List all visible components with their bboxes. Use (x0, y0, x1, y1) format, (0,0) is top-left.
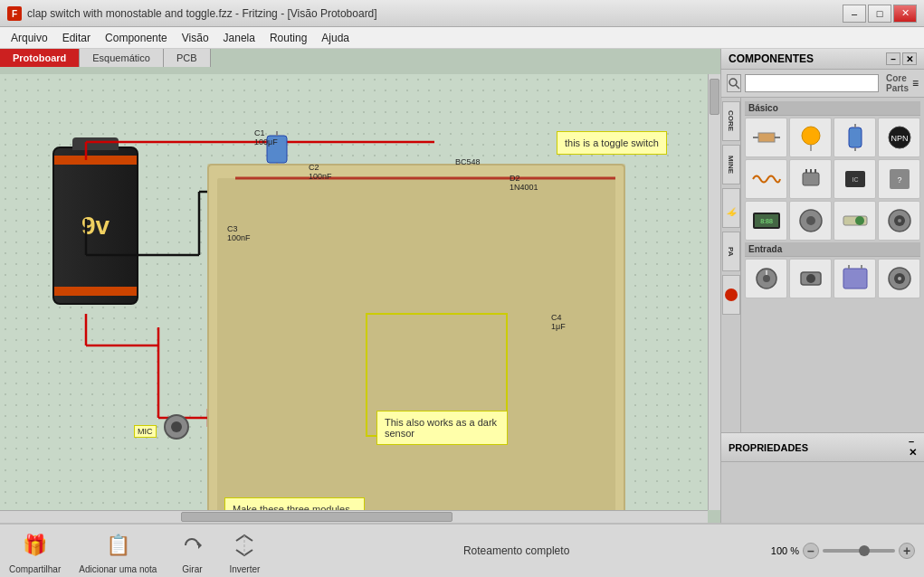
tab-pcb[interactable]: PCB (164, 49, 211, 67)
zoom-area: 100 % – + (771, 543, 915, 559)
zoom-level: 100 % (771, 545, 799, 556)
comp-item-resistor[interactable] (745, 118, 787, 157)
comp-item-switch[interactable] (834, 201, 876, 241)
rotate-button[interactable]: Girar (175, 528, 209, 574)
comp-item-motor[interactable] (789, 201, 832, 241)
bottom-toolbar: 🎁 Compartilhar 📋 Adicionar uma nota Gira… (0, 523, 924, 577)
svg-text:NPN: NPN (891, 134, 908, 143)
routing-status: Roteamento completo (280, 544, 752, 557)
menu-componente[interactable]: Componente (98, 30, 175, 46)
vertical-scrollbar[interactable] (708, 74, 720, 510)
cat-btn-core[interactable]: CORE (722, 101, 740, 141)
mystery-icon: ? (882, 162, 917, 196)
comp-item-microphone[interactable] (878, 259, 920, 298)
comp-menu-btn[interactable]: ≡ (912, 77, 919, 90)
props-close-btn[interactable]: ✕ (909, 447, 917, 459)
svg-point-117 (898, 219, 901, 222)
label-bc548: BC548 (455, 157, 481, 166)
comp-item-potentiometer[interactable] (745, 259, 787, 298)
flip-icon (227, 528, 262, 563)
menu-janela[interactable]: Janela (216, 30, 262, 46)
properties-content (721, 462, 924, 477)
tab-esquematico[interactable]: Esquemático (80, 49, 164, 67)
comp-item-mystery[interactable]: ? (878, 159, 920, 199)
canvas-area: Protoboard Esquemático PCB (0, 49, 720, 523)
speaker-icon (882, 203, 917, 238)
flip-label: Inverter (229, 564, 260, 574)
hscroll-thumb[interactable] (181, 512, 452, 522)
svg-rect-95 (849, 128, 862, 147)
svg-rect-123 (843, 269, 867, 288)
maximize-button[interactable]: □ (868, 5, 891, 23)
window-title: clap switch with monostable and toggle.f… (27, 7, 377, 20)
comp-item-display[interactable]: 8:88 (745, 201, 787, 241)
core-parts-label: Core Parts (886, 73, 909, 93)
comp-item-led[interactable] (789, 118, 832, 157)
zoom-plus-button[interactable]: + (899, 543, 915, 559)
vscroll-thumb[interactable] (710, 79, 719, 115)
label-c2: C2100nF (309, 163, 332, 181)
annotation-dark-sensor: This also works as a dark sensor (376, 411, 508, 445)
minimize-button[interactable]: – (843, 5, 866, 23)
section-entrada: Entrada (745, 242, 920, 257)
comp-item-ic[interactable]: IC (834, 159, 876, 199)
cat-btn-mine[interactable]: MINE (722, 145, 740, 184)
menu-ajuda[interactable]: Ajuda (314, 30, 357, 46)
switch-icon (838, 203, 872, 238)
cat-btn-pa[interactable]: PA (722, 232, 740, 271)
rotate-icon (175, 528, 209, 563)
comp-item-capacitor[interactable] (834, 118, 876, 157)
comp-item-button[interactable] (789, 259, 832, 298)
capacitor-icon (838, 120, 872, 155)
comp-item-connector[interactable] (789, 159, 832, 199)
svg-rect-83 (217, 178, 615, 510)
connector-icon (794, 162, 828, 196)
comp-panel-close-btn[interactable]: ✕ (902, 52, 917, 65)
comp-content: CORE MINE ⚡ PA (721, 98, 924, 432)
display-icon: 8:88 (749, 203, 784, 238)
menu-arquivo[interactable]: Arquivo (4, 30, 55, 46)
potentiometer-icon (749, 261, 784, 296)
cat-btn-arduino[interactable]: ⚡ (722, 188, 740, 228)
props-min-btn[interactable]: – (909, 436, 917, 447)
components-panel: COMPONENTES – ✕ Core Parts≡ CORE MINE ⚡ (720, 49, 924, 523)
close-button[interactable]: ✕ (893, 5, 917, 23)
section-basico: Básico (745, 101, 920, 116)
search-icon-button[interactable] (727, 74, 741, 92)
svg-point-93 (802, 127, 820, 145)
microphone-icon (882, 261, 917, 296)
svg-line-88 (736, 85, 739, 89)
rotate-label: Girar (182, 564, 202, 574)
share-button[interactable]: 🎁 Compartilhar (9, 528, 61, 574)
add-note-button[interactable]: 📋 Adicionar uma nota (79, 528, 157, 574)
horizontal-scrollbar[interactable] (0, 510, 708, 523)
svg-marker-129 (198, 542, 202, 549)
svg-point-80 (171, 421, 182, 432)
comp-item-transistor[interactable]: NPN (878, 118, 920, 157)
comp-item-coil[interactable] (745, 159, 787, 199)
add-note-label: Adicionar uma nota (79, 564, 157, 574)
menu-routing[interactable]: Routing (262, 30, 314, 46)
svg-point-119 (763, 275, 770, 282)
circuit-canvas[interactable]: IC IC (0, 74, 708, 510)
motor-icon (794, 203, 828, 238)
comp-panel-min-btn[interactable]: – (886, 52, 900, 65)
resistor-icon (749, 120, 784, 155)
menu-visao[interactable]: Visão (175, 30, 216, 46)
svg-text:IC: IC (852, 176, 858, 183)
transistor-icon: NPN (882, 120, 917, 155)
zoom-slider[interactable] (823, 549, 895, 553)
comp-item-sensor[interactable] (834, 259, 876, 298)
search-input[interactable] (745, 74, 879, 92)
zoom-thumb[interactable] (859, 545, 870, 556)
component-search-bar: Core Parts≡ (721, 70, 924, 98)
comp-grid-area: Básico (741, 98, 924, 432)
cat-btn-custom2[interactable] (722, 275, 740, 315)
tab-protoboard[interactable]: Protoboard (0, 49, 80, 67)
menu-editar[interactable]: Editar (55, 30, 98, 46)
comp-item-speaker[interactable] (878, 201, 920, 241)
flip-button[interactable]: Inverter (227, 528, 262, 574)
led-icon (794, 120, 828, 155)
svg-rect-100 (803, 173, 819, 185)
zoom-minus-button[interactable]: – (803, 543, 819, 559)
